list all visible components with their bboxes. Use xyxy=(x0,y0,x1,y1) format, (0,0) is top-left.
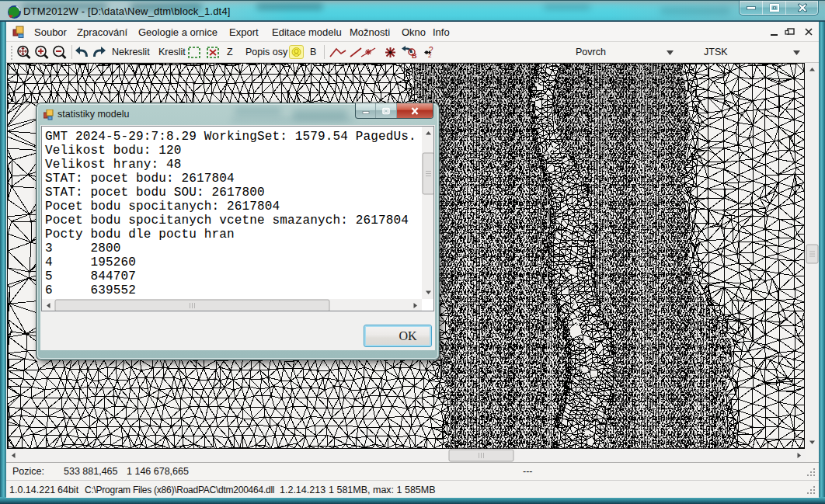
svg-text:B: B xyxy=(412,52,417,59)
svg-text:2: 2 xyxy=(428,52,432,59)
